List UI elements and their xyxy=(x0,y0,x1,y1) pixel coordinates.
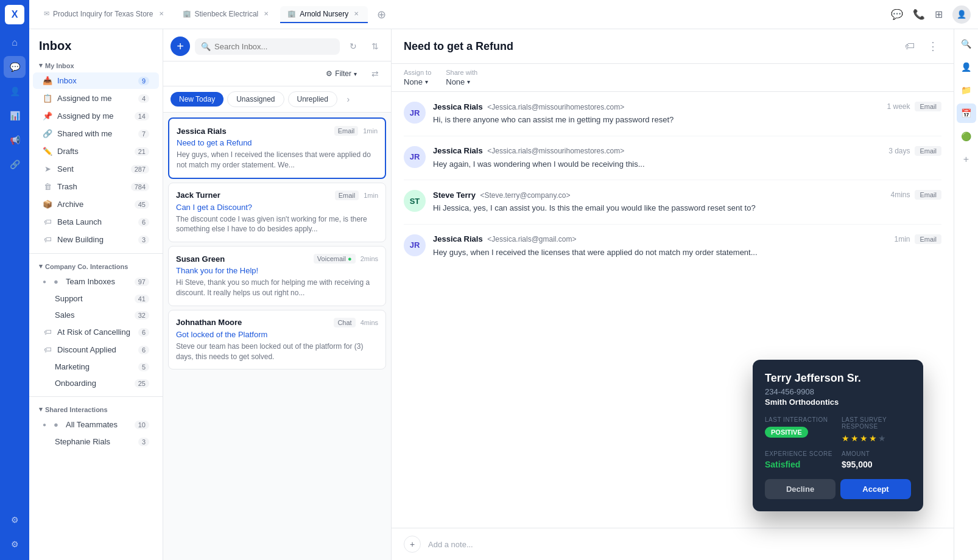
all-teammates-icon: ● xyxy=(51,420,61,429)
tab-product-inquiry[interactable]: ✉ Product Inquiry for Texas Store ✕ xyxy=(37,6,173,23)
msg4-from: Johnathan Moore xyxy=(176,318,242,327)
sidebar-item-inbox[interactable]: 📥 Inbox 9 xyxy=(33,72,159,89)
message-card-1[interactable]: Jessica Rials Email 1min Need to get a R… xyxy=(168,117,386,179)
new-building-icon: 🏷 xyxy=(43,235,52,244)
msg2-channel: Email xyxy=(335,191,359,200)
sidebar-section-my-inbox[interactable]: ▾ My Inbox xyxy=(29,58,163,72)
refresh-button[interactable]: ↻ xyxy=(345,38,362,55)
sidebar-item-team-inboxes[interactable]: ● ● Team Inboxes 97 xyxy=(33,273,159,290)
support-label: Support xyxy=(55,294,130,303)
right-folder-icon[interactable]: 📁 xyxy=(957,80,976,100)
search-input[interactable] xyxy=(214,42,334,51)
message-card-3[interactable]: Susan Green Voicemail ● 2mins Thank you … xyxy=(168,246,386,306)
sidebar-item-at-risk[interactable]: 🏷 At Risk of Cancelling 6 xyxy=(33,324,159,340)
tab-close-3[interactable]: ✕ xyxy=(352,10,361,18)
sidebar-section-company[interactable]: ▾ Company Co. Interactions xyxy=(29,259,163,273)
nav-icon-settings[interactable]: ⚙ xyxy=(4,509,26,531)
sidebar-item-assigned-by-me[interactable]: 📌 Assigned by me 14 xyxy=(33,108,159,124)
company-section-label: Company Co. Interactions xyxy=(45,263,128,270)
nav-icon-campaigns[interactable]: 📢 xyxy=(4,129,26,151)
tab-close-2[interactable]: ✕ xyxy=(262,10,270,18)
sidebar-item-trash[interactable]: 🗑 Trash 784 xyxy=(33,178,159,195)
share-with-label: Share with xyxy=(446,69,477,76)
sidebar-item-onboarding[interactable]: Onboarding 25 xyxy=(33,376,159,391)
sidebar-section-shared[interactable]: ▾ Shared Interactions xyxy=(29,402,163,416)
sidebar-item-shared-with-me[interactable]: 🔗 Shared with me 7 xyxy=(33,125,159,142)
discount-icon: 🏷 xyxy=(43,345,52,354)
tab-add-button[interactable]: ⊕ xyxy=(373,6,390,23)
inbox-label: Inbox xyxy=(57,76,133,85)
shared-with-me-label: Shared with me xyxy=(57,129,133,138)
compose-button[interactable]: + xyxy=(171,37,190,56)
sidebar-item-marketing[interactable]: Marketing 5 xyxy=(33,359,159,374)
decline-button[interactable]: Decline xyxy=(765,479,836,499)
sidebar-item-new-building[interactable]: 🏷 New Building 3 xyxy=(33,231,159,248)
filter-button[interactable]: ⚙ Filter ▾ xyxy=(321,67,362,80)
conv-avatar-1: JR xyxy=(404,102,426,124)
tab-more-button[interactable]: › xyxy=(341,92,356,107)
sidebar-item-stephanie[interactable]: Stephanie Rials 3 xyxy=(33,434,159,449)
share-with-group: Share with None ▾ xyxy=(446,69,477,86)
sidebar-item-archive[interactable]: 📦 Archive 45 xyxy=(33,196,159,212)
assign-to-value[interactable]: None ▾ xyxy=(404,77,431,86)
conv-time-4: 1min xyxy=(894,235,910,243)
sidebar-item-support[interactable]: Support 41 xyxy=(33,291,159,306)
message-card-4[interactable]: Johnathan Moore Chat 4mins Got locked of… xyxy=(168,310,386,370)
tab-label-3: Arnold Nursery xyxy=(300,10,348,18)
footer-add-button[interactable]: + xyxy=(404,536,421,553)
right-add-icon[interactable]: + xyxy=(957,150,976,169)
sort-options-button[interactable]: ⇄ xyxy=(367,65,384,82)
tab-new-today[interactable]: New Today xyxy=(171,92,223,107)
tab-arnold-nursery[interactable]: 🏢 Arnold Nursery ✕ xyxy=(280,6,368,23)
nav-icon-settings2[interactable]: ⚙ xyxy=(4,533,26,555)
tab-unreplied[interactable]: Unreplied xyxy=(288,91,337,107)
conv-channel-2: Email xyxy=(915,146,941,156)
tab-icon-2: 🏢 xyxy=(183,10,191,18)
search-box[interactable]: 🔍 xyxy=(195,38,340,55)
share-with-value[interactable]: None ▾ xyxy=(446,77,477,86)
conv-avatar-3: ST xyxy=(404,190,426,212)
top-bar-chat-icon[interactable]: 💬 xyxy=(891,9,903,20)
top-bar-phone-icon[interactable]: 📞 xyxy=(913,9,925,20)
filter-label: Filter xyxy=(335,69,351,78)
experience-score-field: EXPERIENCE SCORE Satisfied xyxy=(765,450,834,469)
msg3-subject: Thank you for the Help! xyxy=(176,266,378,275)
nav-icon-home[interactable]: ⌂ xyxy=(4,32,26,54)
top-bar-grid-icon[interactable]: ⊞ xyxy=(935,9,943,20)
tab-unassigned[interactable]: Unassigned xyxy=(227,91,284,107)
tab-close-1[interactable]: ✕ xyxy=(157,10,166,18)
nav-icon-integrations[interactable]: 🔗 xyxy=(4,153,26,175)
tag-button[interactable]: 🏷 xyxy=(901,38,918,55)
msg3-from: Susan Green xyxy=(176,254,225,264)
accept-button[interactable]: Accept xyxy=(840,479,911,499)
sidebar-item-sales[interactable]: Sales 32 xyxy=(33,307,159,323)
footer-note-input[interactable]: Add a note... xyxy=(428,540,941,549)
contact-card-name: Terry Jefferson Sr. xyxy=(765,372,911,385)
message-card-2[interactable]: Jack Turner Email 1min Can I get a Disco… xyxy=(168,183,386,243)
nav-icon-conversations[interactable]: 💬 xyxy=(4,56,26,78)
inbox-list-header: + 🔍 ↻ ⇅ xyxy=(163,29,391,61)
nav-icon-contacts[interactable]: 👤 xyxy=(4,80,26,102)
at-risk-icon: 🏷 xyxy=(43,327,52,337)
right-search-icon[interactable]: 🔍 xyxy=(957,34,976,54)
sidebar-item-assigned-to-me[interactable]: 📋 Assigned to me 4 xyxy=(33,90,159,107)
sidebar-item-sent[interactable]: ➤ Sent 287 xyxy=(33,161,159,177)
conversation-header: Need to get a Refund 🏷 ⋮ xyxy=(392,29,954,64)
assign-row: Assign to None ▾ Share with None ▾ xyxy=(392,64,954,92)
nav-icon-reports[interactable]: 📊 xyxy=(4,105,26,127)
right-green-icon[interactable]: 🟢 xyxy=(957,127,976,146)
tab-stienbeck[interactable]: 🏢 Stienbeck Electrical ✕ xyxy=(175,6,278,23)
right-calendar-icon[interactable]: 📅 xyxy=(957,103,976,123)
more-options-button[interactable]: ⋮ xyxy=(924,38,941,55)
right-person-icon[interactable]: 👤 xyxy=(957,57,976,77)
sidebar-item-all-teammates[interactable]: ● ● All Teammates 10 xyxy=(33,416,159,433)
team-inboxes-icon: ● xyxy=(51,277,61,286)
conv-email-4: <Jessica.rials@gmail.com> xyxy=(487,235,576,243)
sidebar-item-discount[interactable]: 🏷 Discount Applied 6 xyxy=(33,341,159,358)
last-survey-field: LAST SURVEY RESPONSE ★ ★ ★ ★ ★ xyxy=(842,416,911,443)
conv-time-1: 1 week xyxy=(887,102,910,111)
sidebar-item-drafts[interactable]: ✏️ Drafts 21 xyxy=(33,143,159,159)
sort-button[interactable]: ⇅ xyxy=(367,38,384,55)
top-bar-avatar[interactable]: 👤 xyxy=(952,5,971,24)
sidebar-item-beta-launch[interactable]: 🏷 Beta Launch 6 xyxy=(33,214,159,230)
